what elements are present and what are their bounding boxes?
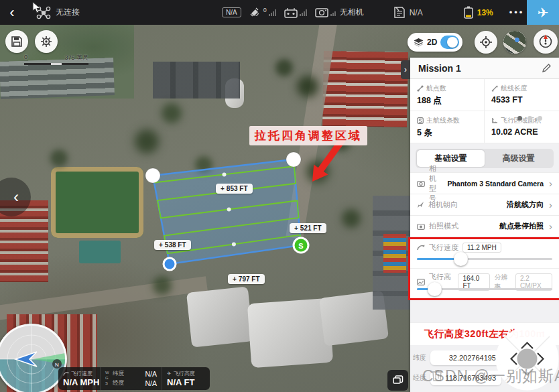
chevron-right-icon: › <box>549 220 552 232</box>
latitude-field[interactable]: 32.202764195 <box>430 350 501 365</box>
speed-icon <box>417 244 425 251</box>
chevron-left-icon: ‹ <box>13 188 19 206</box>
stat-main-lines: 主航线条数 5 条 <box>410 111 485 143</box>
flight-mode-badge[interactable]: N/A <box>222 7 241 17</box>
back-button[interactable]: ‹ <box>0 4 24 21</box>
minimap-button[interactable] <box>503 31 526 54</box>
camera-signal-icon[interactable] <box>315 7 328 17</box>
takeoff-button[interactable]: ✈ <box>527 0 559 25</box>
checklist-icon[interactable] <box>393 6 406 19</box>
map-mode-pill[interactable]: 2D <box>408 33 462 52</box>
gps-signal-bars <box>269 9 276 16</box>
speed-slider-row: 飞行速度 11.2 MPH <box>410 239 559 269</box>
setting-row-photo-mode[interactable]: 拍照模式 航点悬停拍照 › <box>410 215 559 237</box>
mission-title: Mission 1 <box>418 63 461 74</box>
scale-end-label: 375 英尺 <box>64 54 88 62</box>
save-mission-button[interactable] <box>5 30 28 53</box>
pencil-icon <box>542 64 551 72</box>
corner-handle-top-left[interactable] <box>145 168 160 183</box>
speed-icon <box>63 371 69 377</box>
satellite-count: 0 <box>263 7 267 13</box>
edge-length-right[interactable]: +521 FT <box>290 223 326 233</box>
remote-controller-icon[interactable] <box>284 7 298 18</box>
compass-button[interactable] <box>534 29 558 54</box>
altitude-icon <box>417 279 425 285</box>
move-cross-icon: + <box>233 275 237 283</box>
battery-icon[interactable] <box>463 6 474 19</box>
edge-length-bottom[interactable]: +797 FT <box>228 274 265 284</box>
setting-row-camera-model[interactable]: 相机型号 Phantom 3 Standard Camera › <box>410 172 559 194</box>
waypoint-dot <box>232 242 236 246</box>
scale-start-label: 0 <box>24 54 27 62</box>
tab-advanced-settings[interactable]: 高级设置 <box>485 150 552 167</box>
photo-mode-icon <box>417 223 425 230</box>
attitude-indicator[interactable]: N <box>0 324 67 392</box>
speed-slider-thumb[interactable] <box>454 252 468 266</box>
wgs-label: WGS <box>105 371 110 386</box>
edge-length-left[interactable]: +538 FT <box>154 240 191 250</box>
move-cross-icon: + <box>294 224 298 232</box>
latitude-label: 纬度 <box>413 353 430 363</box>
altitude-plane-icon: ✈ <box>167 371 172 377</box>
altitude-slider-row: 飞行高度 164.0 FT 分辨率 2.2 CM/PX <box>410 269 559 298</box>
locate-button[interactable] <box>475 31 497 54</box>
layers-3d-icon <box>414 38 424 47</box>
watermark: CSDN @一别如斯AA <box>422 366 559 387</box>
status-bar: ‹ 无连接 N/A 0 无相机 N/A 13% ••• ✈ <box>0 0 559 25</box>
mouse-cursor <box>32 1 42 13</box>
waypoint-dot <box>223 172 227 176</box>
rc-signal-bars <box>300 9 307 16</box>
stat-waypoints: 航点数 188 点 <box>410 79 485 111</box>
mission-settings-button[interactable] <box>35 30 58 53</box>
save-icon <box>11 36 23 48</box>
mission-stats: 航点数 188 点 航线长度 4533 FT 主航线条数 5 条 飞行区域面积 … <box>410 79 559 143</box>
altitude-slider[interactable] <box>417 288 552 290</box>
map-scale: 0 375 英尺 <box>24 54 88 65</box>
panel-collapse-tab[interactable]: › <box>401 60 410 79</box>
minimap-thumbnail <box>503 31 526 54</box>
chevron-left-icon: ‹ <box>9 4 14 21</box>
altitude-slider-thumb[interactable] <box>428 282 442 296</box>
map-layer-button[interactable] <box>387 370 408 391</box>
layers-icon <box>392 375 403 386</box>
camera-icon <box>417 180 425 187</box>
hint-annotation: 拉托四角调整区域 <box>249 126 367 145</box>
stats-pager-dots[interactable] <box>517 116 542 121</box>
move-cross-icon: + <box>221 185 225 192</box>
edge-length-top[interactable]: +853 FT <box>216 184 253 194</box>
compass-north-icon <box>538 34 554 50</box>
camera-status: 无相机 <box>340 7 364 18</box>
speed-value[interactable]: 11.2 MPH <box>462 243 501 253</box>
more-menu-button[interactable]: ••• <box>509 7 525 17</box>
crosshair-icon <box>479 36 493 49</box>
battery-percent: 13% <box>477 8 493 17</box>
speed-slider[interactable] <box>417 258 552 260</box>
waypoint-dot <box>227 207 231 211</box>
connection-status: 无连接 <box>56 7 80 18</box>
camera-signal-bars <box>330 9 336 16</box>
edit-mission-button[interactable] <box>542 64 551 72</box>
heading-icon <box>417 201 424 208</box>
chevron-right-icon: › <box>549 199 552 210</box>
telemetry-speed: 飞行速度 N/A MPH <box>58 367 101 390</box>
chevron-right-icon: › <box>404 65 407 74</box>
map-mode-label: 2D <box>427 38 437 47</box>
area-icon <box>491 117 498 124</box>
tab-basic-settings[interactable]: 基础设置 <box>417 150 485 167</box>
plane-icon: ✈ <box>538 5 549 21</box>
telemetry-altitude: ✈飞行高度 N/A FT <box>162 367 209 390</box>
checklist-status: N/A <box>410 8 423 17</box>
gear-edit-icon <box>40 35 53 48</box>
route-length-icon <box>491 85 498 92</box>
satellite-icon[interactable] <box>249 7 262 19</box>
move-cross-icon: + <box>159 241 163 249</box>
highlight-red-box: 飞行速度 11.2 MPH 飞行高度 164.0 FT 分辨率 2.2 CM/P… <box>408 237 559 300</box>
mode-toggle[interactable] <box>440 36 459 49</box>
corner-handle-bottom-left[interactable] <box>164 258 176 270</box>
stat-route-length: 航线长度 4533 FT <box>485 79 559 111</box>
waypoints-icon <box>417 85 424 92</box>
telemetry-position: WGS 纬度N/A 经度N/A <box>101 367 162 390</box>
corner-handle-top-right[interactable] <box>286 152 301 167</box>
mission-header: Mission 1 <box>410 58 559 79</box>
app-screen: S +853 FT +521 FT +538 FT +797 FT 拉托四角调整… <box>0 0 559 392</box>
